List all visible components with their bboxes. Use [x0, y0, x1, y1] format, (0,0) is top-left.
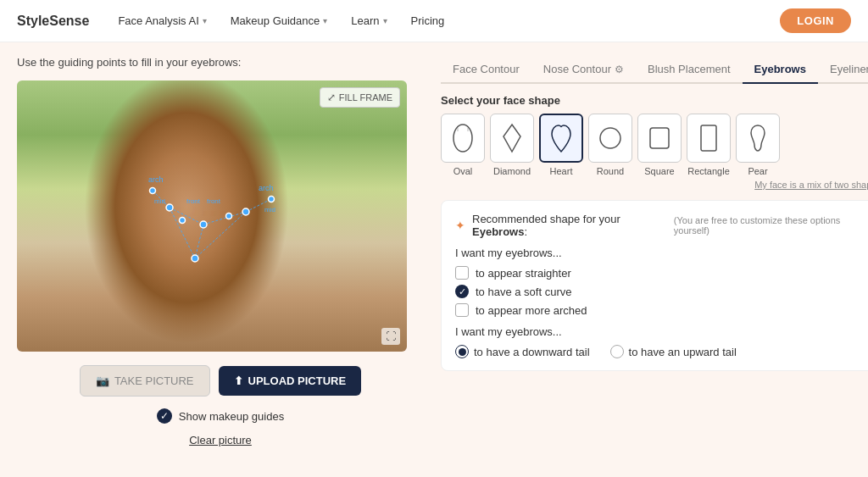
nav-face-analysis[interactable]: Face Analysis AI ▾ [114, 10, 209, 31]
face-photo [17, 80, 407, 352]
tab-label: Eyeliner [830, 63, 868, 75]
group2-label: I want my eyebrows... [455, 325, 867, 338]
login-button[interactable]: LOGIN [780, 8, 851, 33]
face-shape-heart[interactable]: Heart [539, 114, 583, 176]
main-content: Use the guiding points to fill in your e… [0, 42, 868, 477]
action-buttons: 📷 TAKE PICTURE ⬆ UPLOAD PICTURE [17, 365, 424, 397]
rectangle-svg [695, 121, 722, 155]
tab-blush-placement[interactable]: Blush Placement [636, 56, 743, 84]
tab-eyeliner[interactable]: Eyeliner [818, 56, 868, 84]
svg-point-24 [600, 128, 620, 148]
tab-label: Nose Contour [543, 63, 611, 75]
chevron-down-icon: ▾ [383, 16, 387, 25]
option-straighter[interactable]: to appear straighter [455, 266, 867, 280]
face-shape-name: Oval [453, 166, 473, 176]
option-soft-curve[interactable]: ✓ to have a soft curve [455, 285, 867, 298]
round-icon-box [588, 114, 632, 163]
radio-label: to have a downward tail [474, 346, 590, 358]
eyebrow-options-group1: I want my eyebrows... to appear straight… [455, 247, 867, 317]
upload-picture-button[interactable]: ⬆ UPLOAD PICTURE [219, 366, 362, 396]
show-guides-row: ✓ Show makeup guides [17, 408, 424, 424]
face-shape-name: Round [597, 166, 624, 176]
show-guides-checkbox[interactable]: ✓ [157, 408, 172, 424]
face-shape-section: Select your face shape Oval [441, 94, 868, 190]
radio-label: to have an upward tail [629, 346, 737, 358]
clear-picture-link[interactable]: Clear picture [17, 434, 424, 446]
nav-learn[interactable]: Learn ▾ [348, 10, 390, 31]
show-guides-label: Show makeup guides [179, 410, 284, 423]
take-picture-button[interactable]: 📷 TAKE PICTURE [80, 365, 210, 397]
nav-label: Learn [351, 14, 379, 27]
face-shape-name: Diamond [493, 166, 531, 176]
face-shape-diamond[interactable]: Diamond [490, 114, 534, 176]
left-panel: Use the guiding points to fill in your e… [17, 56, 424, 469]
expand-icon: ⤢ [327, 92, 336, 103]
face-shape-name: Rectangle [687, 166, 730, 176]
chevron-down-icon: ▾ [323, 16, 327, 25]
option-label: to have a soft curve [476, 286, 571, 298]
svg-rect-25 [650, 128, 669, 148]
nav-label: Pricing [411, 14, 445, 27]
radio-downward-tail[interactable]: to have a downward tail [455, 345, 590, 358]
face-shape-name: Pear [748, 166, 767, 176]
nav-label: Face Analysis AI [118, 14, 198, 27]
tab-label: Face Contour [453, 63, 520, 75]
heart-svg [548, 121, 575, 155]
navbar: StyleSense Face Analysis AI ▾ Makeup Gui… [0, 0, 868, 42]
diamond-svg [498, 121, 526, 155]
face-shape-label: Select your face shape [441, 94, 868, 107]
face-shape-pear[interactable]: Pear [736, 114, 780, 176]
face-mix-link[interactable]: My face is a mix of two shapes [441, 180, 868, 190]
radio-row: to have a downward tail to have an upwar… [455, 345, 867, 358]
oval-icon-box [441, 114, 485, 163]
svg-rect-26 [701, 125, 716, 151]
face-shape-rectangle[interactable]: Rectangle [687, 114, 731, 176]
face-shapes-row: Oval Diamond [441, 114, 868, 176]
square-svg [646, 121, 673, 155]
tabs-row: Face Contour Nose Contour ⚙ Blush Placem… [441, 56, 868, 84]
rec-header-text: Recommended shape for your [472, 213, 620, 225]
checkbox-straighter[interactable] [455, 266, 469, 280]
eyebrow-options-group2: I want my eyebrows... to have a downward… [455, 325, 867, 358]
svg-point-21 [453, 125, 472, 152]
rectangle-icon-box [687, 114, 731, 163]
radio-checked[interactable] [455, 345, 469, 358]
take-picture-label: TAKE PICTURE [114, 374, 194, 387]
chevron-down-icon: ▾ [203, 16, 207, 25]
square-icon-box [637, 114, 682, 163]
tab-face-contour[interactable]: Face Contour [441, 56, 531, 84]
face-image-container: arch front front arch mid mid ⤢ FILL FRA… [17, 80, 407, 352]
face-shape-name: Square [644, 166, 674, 176]
radio-upward-tail[interactable]: to have an upward tail [610, 345, 737, 358]
sparkle-icon: ✦ [455, 219, 465, 232]
face-shape-square[interactable]: Square [637, 114, 682, 176]
option-label: to appear more arched [476, 304, 587, 317]
nav-makeup-guidance[interactable]: Makeup Guidance ▾ [227, 10, 331, 31]
nav-pricing[interactable]: Pricing [408, 10, 448, 31]
diamond-icon-box [490, 114, 534, 163]
tab-eyebrows[interactable]: Eyebrows [743, 56, 818, 84]
heart-icon-box [539, 114, 583, 163]
option-more-arched[interactable]: to appear more arched [455, 303, 867, 317]
option-label: to appear straighter [476, 267, 571, 280]
guide-text: Use the guiding points to fill in your e… [17, 56, 424, 69]
round-svg [597, 121, 624, 155]
radio-unchecked[interactable] [610, 345, 624, 358]
rec-bold-word: Eyebrows [472, 225, 524, 238]
fullscreen-icon[interactable]: ⛶ [381, 328, 400, 345]
pear-icon-box [736, 114, 780, 163]
tab-label: Eyebrows [754, 63, 806, 75]
face-shape-round[interactable]: Round [588, 114, 632, 176]
group1-label: I want my eyebrows... [455, 247, 867, 259]
checkbox-soft-curve[interactable]: ✓ [455, 285, 469, 298]
tab-nose-contour[interactable]: Nose Contour ⚙ [531, 56, 636, 84]
tab-label: Blush Placement [648, 63, 731, 75]
right-panel: Face Contour Nose Contour ⚙ Blush Placem… [441, 56, 868, 469]
nav-label: Makeup Guidance [231, 14, 320, 27]
face-shape-oval[interactable]: Oval [441, 114, 485, 176]
checkbox-more-arched[interactable] [455, 303, 469, 317]
fill-frame-label: FILL FRAME [339, 92, 392, 103]
fill-frame-button[interactable]: ⤢ FILL FRAME [320, 87, 400, 108]
gear-icon: ⚙ [615, 64, 624, 75]
radio-inner-dot [459, 348, 466, 356]
